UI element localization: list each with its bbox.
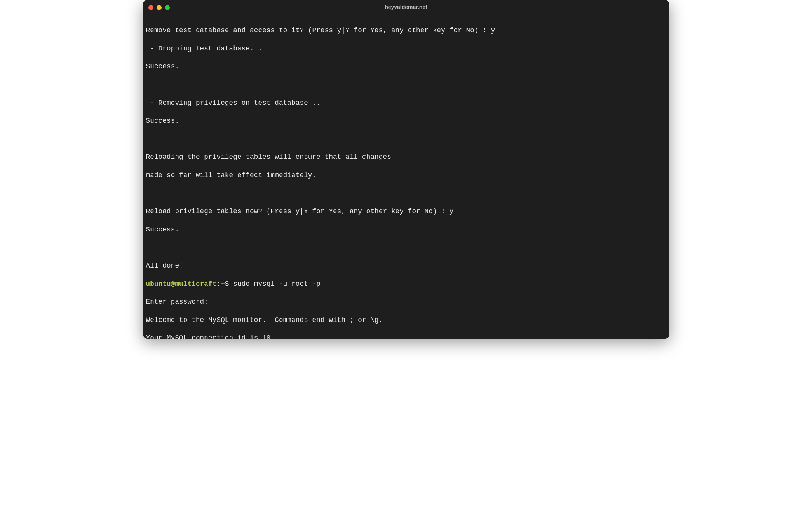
close-icon[interactable] [148, 5, 153, 10]
prompt-path: ~ [221, 280, 225, 288]
output-line: Welcome to the MySQL monitor. Commands e… [146, 316, 666, 325]
output-line [146, 243, 666, 252]
output-line: Reload privilege tables now? (Press y|Y … [146, 207, 666, 216]
prompt-user: ubuntu [146, 280, 171, 288]
output-line: Success. [146, 62, 666, 71]
output-line: Enter password: [146, 298, 666, 306]
output-line: Remove test database and access to it? (… [146, 26, 666, 35]
minimize-icon[interactable] [157, 5, 162, 10]
output-line: - Dropping test database... [146, 44, 666, 53]
output-line: All done! [146, 261, 666, 270]
prompt-colon: : [216, 280, 221, 288]
output-line: Success. [146, 225, 666, 234]
output-line [146, 80, 666, 89]
terminal-window: heyvaldemar.net Remove test database and… [143, 0, 669, 339]
window-title: heyvaldemar.net [143, 3, 669, 12]
output-line: made so far will take effect immediately… [146, 171, 666, 180]
prompt-dollar: $ [225, 280, 233, 288]
terminal-body[interactable]: Remove test database and access to it? (… [143, 15, 669, 339]
output-line: Reloading the privilege tables will ensu… [146, 153, 666, 162]
output-line [146, 189, 666, 198]
output-line: Your MySQL connection id is 10 [146, 334, 666, 339]
traffic-lights [148, 5, 170, 10]
prompt-host: multicraft [175, 280, 216, 288]
output-line: Success. [146, 117, 666, 125]
prompt-line: ubuntu@multicraft:~$ sudo mysql -u root … [146, 280, 666, 289]
output-line [146, 135, 666, 144]
output-line: - Removing privileges on test database..… [146, 99, 666, 108]
prompt-at: @ [171, 280, 175, 288]
command-text: sudo mysql -u root -p [233, 280, 321, 288]
titlebar: heyvaldemar.net [143, 0, 669, 15]
maximize-icon[interactable] [165, 5, 170, 10]
